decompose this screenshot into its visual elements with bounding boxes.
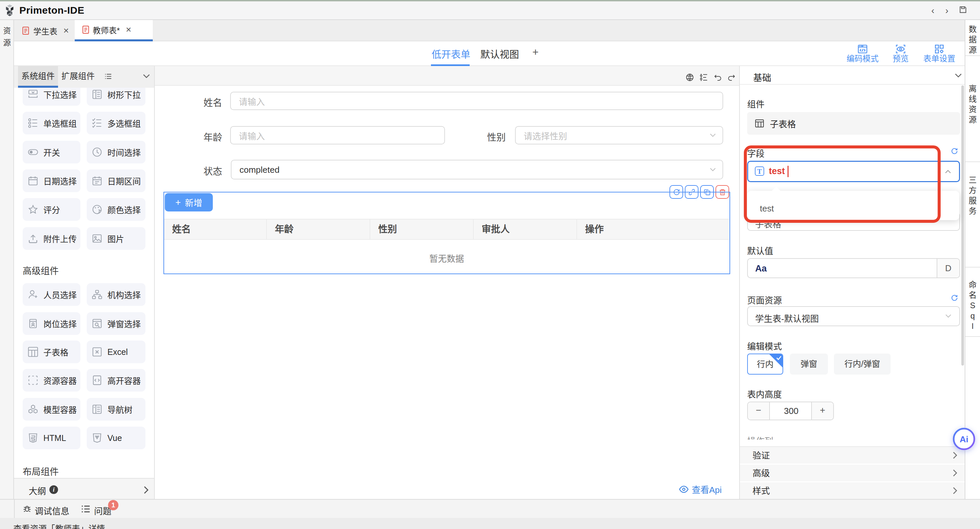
- svg-text:Ai: Ai: [960, 434, 968, 444]
